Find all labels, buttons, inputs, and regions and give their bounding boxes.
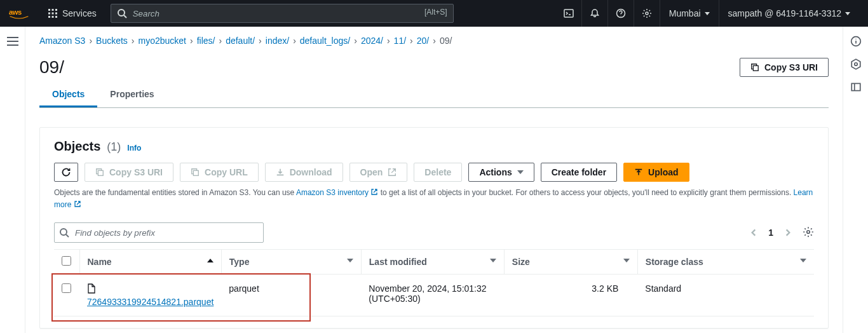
bc-2024[interactable]: 2024/ [361,36,383,46]
svg-point-10 [118,10,125,16]
right-rail [843,27,868,333]
panel-count: (1) [107,140,121,154]
actions-dropdown[interactable]: Actions [468,163,534,182]
bc-default[interactable]: default/ [226,36,255,46]
caret-down-icon [347,259,353,262]
copy-icon [750,63,759,72]
caret-down-icon [845,12,850,15]
delete-action[interactable]: Delete [414,163,462,182]
region-label: Mumbai [669,8,701,18]
bc-11[interactable]: 11/ [394,36,406,46]
bc-amazon-s3[interactable]: Amazon S3 [39,36,85,46]
caret-down-icon [705,12,710,15]
copy-s3-uri-button[interactable]: Copy S3 URI [740,58,829,77]
info-link[interactable]: Info [127,144,141,153]
copy-icon [191,168,200,177]
table-row: 7264933319924514821.parquet parquet Nove… [54,275,814,316]
hexagon-icon[interactable] [850,58,862,70]
account-label: sampath @ 6419-1164-3312 [728,8,841,18]
next-page[interactable] [783,228,792,237]
gear-icon [803,226,814,238]
external-icon [388,168,397,177]
object-link[interactable]: 7264933319924514821.parquet [87,297,214,307]
prefix-filter-input[interactable] [54,222,264,243]
svg-rect-8 [52,16,54,18]
notifications-button[interactable] [581,0,607,27]
cloudshell-button[interactable] [556,0,581,27]
sort-asc-icon [207,259,214,262]
download-action[interactable]: Download [265,163,343,182]
chevron-right-icon: › [410,36,413,46]
external-icon [74,200,81,208]
row-checkbox[interactable] [62,283,71,293]
action-row: Copy S3 URI Copy URL Download Open Delet… [54,163,814,182]
svg-rect-4 [48,13,50,15]
pagination: 1 [749,226,814,240]
svg-rect-1 [48,9,50,11]
svg-rect-17 [193,170,198,175]
inventory-link[interactable]: Amazon S3 inventory [296,188,378,197]
chevron-right-icon: › [387,36,390,46]
bc-current: 09/ [440,36,452,46]
services-menu[interactable]: Services [39,0,105,27]
col-storage-class[interactable]: Storage class [637,250,814,275]
bc-20[interactable]: 20/ [417,36,429,46]
bc-default-logs[interactable]: default_logs/ [300,36,350,46]
bc-files[interactable]: files/ [197,36,215,46]
bc-bucket[interactable]: myo2bucket [139,36,186,46]
upload-button[interactable]: Upload [623,163,689,182]
caret-down-icon [800,259,806,262]
svg-rect-5 [52,13,54,15]
open-action[interactable]: Open [349,163,408,182]
create-folder-button[interactable]: Create folder [541,163,617,182]
select-all-checkbox[interactable] [62,256,71,266]
caret-down-icon [490,259,496,262]
tab-properties[interactable]: Properties [97,83,166,107]
svg-point-18 [60,229,67,235]
svg-rect-7 [48,16,50,18]
panel-icon[interactable] [850,81,862,93]
chevron-right-icon: › [89,36,92,46]
side-nav-toggle[interactable] [7,37,18,46]
refresh-icon [61,167,71,177]
panel-description: Objects are the fundamental entities sto… [54,187,814,211]
copy-url-action[interactable]: Copy URL [180,163,259,182]
bc-buckets[interactable]: Buckets [96,36,128,46]
grid-icon [48,9,57,18]
aws-logo[interactable]: aws [9,7,29,20]
table-settings[interactable] [803,226,814,240]
table-header-row: Name Type Last modified Size Storage cla… [54,250,814,275]
external-icon [370,188,378,196]
copy-s3-uri-action[interactable]: Copy S3 URI [85,163,173,182]
svg-rect-2 [52,9,54,11]
account-menu[interactable]: sampath @ 6419-1164-3312 [719,0,859,27]
settings-button[interactable] [634,0,660,27]
cell-size: 3.2 KB [504,275,637,316]
col-name[interactable]: Name [79,250,221,275]
svg-text:aws: aws [9,8,22,16]
help-button[interactable] [607,0,634,27]
cell-last-modified: November 20, 2024, 15:01:32 (UTC+05:30) [361,275,504,316]
chevron-right-icon: › [354,36,357,46]
col-size[interactable]: Size [504,250,637,275]
refresh-button[interactable] [54,163,78,182]
breadcrumb: Amazon S3 › Buckets › myo2bucket › files… [39,36,829,46]
svg-rect-9 [55,16,57,18]
tabs: Objects Properties [39,83,829,108]
chevron-right-icon: › [433,36,436,46]
search-input[interactable] [111,4,454,23]
global-search: [Alt+S] [111,4,454,23]
col-type[interactable]: Type [221,250,361,275]
chevron-right-icon: › [190,36,193,46]
prev-page[interactable] [749,228,758,237]
info-icon[interactable] [850,36,862,47]
col-last-modified[interactable]: Last modified [361,250,504,275]
svg-point-20 [807,231,810,234]
chevron-right-icon: › [219,36,222,46]
svg-point-22 [854,63,857,66]
region-selector[interactable]: Mumbai [660,0,719,27]
tab-objects[interactable]: Objects [39,83,97,107]
top-nav: aws Services [Alt+S] Mumbai sampath @ 64… [0,0,868,27]
bc-index[interactable]: index/ [266,36,289,46]
svg-rect-12 [564,10,573,17]
